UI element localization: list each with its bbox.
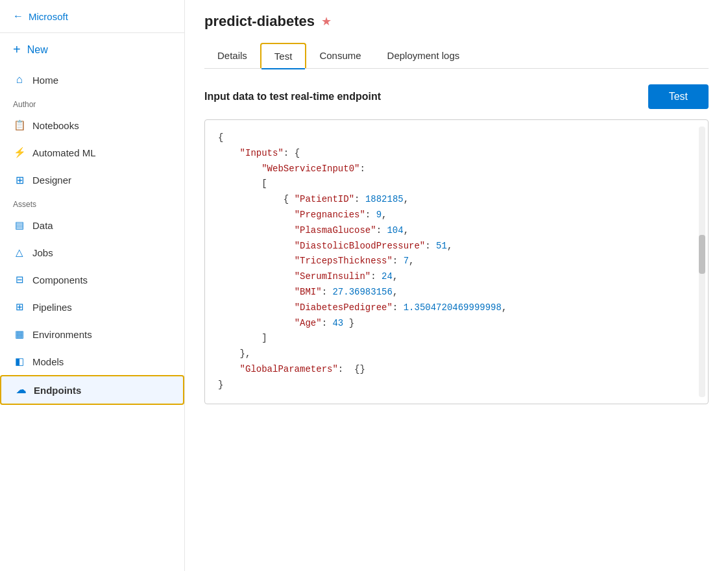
page-title: predict-diabetes	[204, 13, 315, 30]
data-icon	[13, 219, 26, 232]
designer-icon	[13, 173, 26, 186]
tab-deployment-logs[interactable]: Deployment logs	[374, 43, 473, 68]
json-line-age: "Age": 43 }	[205, 316, 708, 332]
sidebar-item-environments-label: Environments	[32, 329, 92, 340]
pipelines-icon	[13, 300, 26, 313]
scrollbar-track[interactable]	[699, 127, 705, 397]
jobs-icon	[13, 246, 26, 259]
page-header: predict-diabetes ★	[204, 13, 709, 30]
json-line-serum-insulin: "SerumInsulin": 24,	[205, 269, 708, 285]
tab-test[interactable]: Test	[260, 43, 307, 68]
json-line-open-brace: {	[205, 130, 708, 146]
plus-icon: +	[13, 42, 21, 57]
sidebar-back[interactable]: ← Microsoft	[0, 0, 184, 33]
tab-details[interactable]: Details	[204, 43, 260, 68]
scrollbar-thumb[interactable]	[699, 235, 705, 274]
sidebar-item-automl-label: Automated ML	[32, 147, 96, 158]
sidebar-item-models-label: Models	[32, 356, 64, 367]
sidebar-item-jobs[interactable]: Jobs	[0, 239, 184, 266]
sidebar-item-designer-label: Designer	[32, 175, 71, 186]
sidebar-item-components-label: Components	[32, 274, 88, 286]
json-line-bmi: "BMI": 27.36983156,	[205, 285, 708, 300]
sidebar-item-pipelines[interactable]: Pipelines	[0, 293, 184, 321]
sidebar: ← Microsoft + New Home Author Notebooks …	[0, 0, 185, 571]
sidebar-item-environments[interactable]: Environments	[0, 321, 184, 348]
sidebar-item-automated-ml[interactable]: Automated ML	[0, 139, 184, 166]
home-icon	[13, 73, 26, 86]
favorite-star-icon[interactable]: ★	[321, 14, 332, 29]
automl-icon	[13, 146, 26, 159]
json-line-diastolic-bp: "DiastolicBloodPressure": 51,	[205, 239, 708, 254]
json-line-array-close: ]	[205, 331, 708, 346]
json-line-inputs-key: "Inputs": {	[205, 146, 708, 162]
json-line-close-brace: }	[205, 378, 708, 393]
sidebar-item-jobs-label: Jobs	[32, 247, 53, 258]
json-line-array-open: [	[205, 176, 708, 192]
sidebar-item-models[interactable]: Models	[0, 348, 184, 375]
components-icon	[13, 273, 26, 286]
json-line-object-open: { "PatientID": 1882185,	[205, 192, 708, 208]
sidebar-item-notebooks-label: Notebooks	[32, 120, 79, 131]
tab-consume[interactable]: Consume	[306, 43, 374, 68]
sidebar-item-home[interactable]: Home	[0, 66, 184, 93]
sidebar-item-designer[interactable]: Designer	[0, 166, 184, 193]
json-line-webservice-key: "WebServiceInput0":	[205, 162, 708, 177]
sidebar-item-pipelines-label: Pipelines	[32, 302, 72, 313]
sidebar-section-assets: Assets	[0, 193, 184, 212]
new-button[interactable]: + New	[0, 33, 184, 66]
sidebar-item-endpoints-label: Endpoints	[34, 385, 81, 396]
json-line-diabetes-pedigree: "DiabetesPedigree": 1.3504720469999998,	[205, 300, 708, 316]
models-icon	[13, 355, 26, 368]
notebooks-icon	[13, 119, 26, 132]
json-line-inputs-close: },	[205, 346, 708, 362]
json-editor[interactable]: { "Inputs": { "WebServiceInput0": [ { "P…	[204, 119, 709, 404]
test-button[interactable]: Test	[648, 84, 709, 109]
endpoints-icon	[14, 383, 27, 396]
sidebar-item-endpoints[interactable]: Endpoints	[0, 375, 184, 405]
main-content: predict-diabetes ★ Details Test Consume …	[185, 0, 728, 571]
sidebar-item-data[interactable]: Data	[0, 212, 184, 239]
json-line-triceps: "TricepsThickness": 7,	[205, 254, 708, 269]
back-icon: ←	[13, 10, 23, 22]
content-header: Input data to test real-time endpoint Te…	[204, 84, 709, 109]
sidebar-item-components[interactable]: Components	[0, 266, 184, 293]
tabs-bar: Details Test Consume Deployment logs	[204, 43, 709, 69]
new-label: New	[27, 44, 48, 56]
sidebar-item-home-label: Home	[32, 75, 58, 86]
input-section-label: Input data to test real-time endpoint	[204, 91, 381, 103]
json-line-plasma-glucose: "PlasmaGlucose": 104,	[205, 223, 708, 239]
sidebar-microsoft-label: Microsoft	[29, 11, 68, 22]
json-line-global-params: "GlobalParameters": {}	[205, 362, 708, 378]
sidebar-section-author: Author	[0, 93, 184, 112]
environments-icon	[13, 328, 26, 341]
sidebar-item-notebooks[interactable]: Notebooks	[0, 112, 184, 139]
json-line-pregnancies: "Pregnancies": 9,	[205, 208, 708, 223]
sidebar-item-data-label: Data	[32, 220, 53, 231]
